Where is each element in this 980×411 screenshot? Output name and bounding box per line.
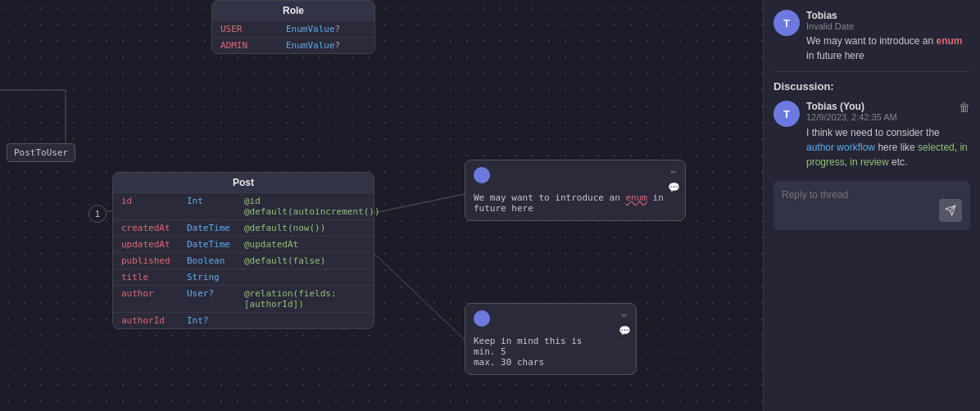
reply-icon-2[interactable]: 💬 [618, 325, 631, 338]
post-id-row: id Int @id @default(autoincrement()) [113, 192, 374, 219]
bubble-avatar-1 [474, 167, 490, 183]
post-createdat-row: createdAt DateTime @default(now()) [113, 219, 374, 236]
top-comment-content: Tobias Invalid Date We may want to intro… [806, 10, 970, 63]
post-updatedat-row: updatedAt DateTime @updatedAt [113, 236, 374, 252]
delete-icon[interactable]: 🗑 [959, 101, 970, 114]
top-comment-avatar: T [774, 10, 800, 36]
post-node-header: Post [113, 173, 374, 192]
top-comment-author: Tobias [806, 10, 970, 21]
post-node: Post id Int @id @default(autoincrement()… [112, 172, 374, 329]
comment-bubble-2: ✏️ 💬 Keep in mind this is min. 5 max. 30… [465, 303, 637, 375]
role-user-row: USER EnumValue? [212, 20, 374, 37]
edit-icon[interactable]: ✏️ [667, 165, 680, 178]
discussion-content: Tobias (You) 12/9/2023, 2:42:35 AM I thi… [806, 101, 970, 169]
edit-icon-2[interactable]: ✏️ [618, 309, 631, 322]
post-title-row: title String [113, 269, 374, 285]
reply-box [774, 181, 970, 230]
bubble1-text: We may want to introduce an enum in futu… [474, 192, 677, 214]
discussion-comment: T Tobias (You) 12/9/2023, 2:42:35 AM I t… [774, 101, 970, 169]
role-node-header: Role [212, 1, 374, 20]
svg-line-3 [374, 194, 465, 213]
reply-input[interactable] [782, 189, 932, 222]
send-reply-button[interactable] [939, 199, 962, 222]
post-to-user-label: PostToUser [7, 143, 75, 162]
reply-icon[interactable]: 💬 [667, 182, 680, 195]
post-published-row: published Boolean @default(false) [113, 252, 374, 269]
post-author-row: author User? @relation(fields:[authorId]… [113, 285, 374, 312]
top-comment-text: We may want to introduce an enumin futur… [806, 34, 970, 63]
svg-line-4 [374, 254, 465, 340]
canvas-area: Role USER EnumValue? ADMIN EnumValue? Po… [0, 0, 763, 411]
post-authorid-row: authorId Int? [113, 312, 374, 328]
discussion-avatar: T [774, 101, 800, 127]
discussion-author: Tobias (You) [806, 101, 970, 112]
role-node: Role USER EnumValue? ADMIN EnumValue? [211, 0, 375, 54]
bubble-avatar-2 [474, 310, 490, 327]
relation-badge: 1 [88, 205, 107, 223]
role-admin-row: ADMIN EnumValue? [212, 37, 374, 53]
right-panel: T Tobias Invalid Date We may want to int… [763, 0, 980, 411]
top-comment: T Tobias Invalid Date We may want to int… [774, 10, 970, 63]
discussion-label: Discussion: [774, 71, 970, 93]
bubble2-text: Keep in mind this is min. 5 max. 30 char… [474, 336, 628, 368]
discussion-date: 12/9/2023, 2:42:35 AM [806, 112, 970, 122]
discussion-text: I think we need to consider the author w… [806, 125, 970, 169]
top-comment-date: Invalid Date [806, 21, 970, 31]
comment-bubble-1: ✏️ 💬 We may want to introduce an enum in… [465, 160, 686, 221]
